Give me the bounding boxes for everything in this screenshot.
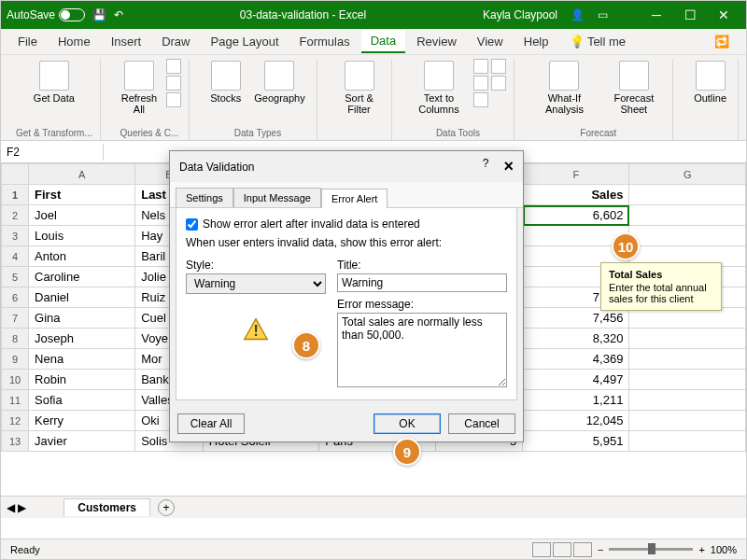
whatif-button[interactable]: What-If Analysis (531, 59, 597, 117)
cell[interactable]: Javier (29, 431, 135, 452)
cell[interactable]: Robin (29, 370, 135, 390)
show-error-checkbox[interactable] (186, 218, 198, 231)
datatools-small[interactable] (473, 59, 506, 107)
cell[interactable] (629, 329, 746, 349)
cell[interactable]: 1,211 (523, 390, 629, 411)
sheet-tab-customers[interactable]: Customers (63, 498, 150, 516)
cell[interactable]: 4,497 (523, 370, 629, 390)
zoom-slider[interactable] (609, 548, 693, 551)
sheet-nav-icon[interactable]: ◀ ▶ (7, 501, 26, 514)
user-name: Kayla Claypool (483, 8, 557, 21)
tab-file[interactable]: File (8, 31, 47, 52)
style-select[interactable]: Warning (186, 273, 326, 294)
cell[interactable]: 4,369 (523, 349, 629, 370)
queries-small[interactable] (166, 59, 181, 107)
tellme[interactable]: 💡 Tell me (560, 31, 636, 52)
error-message-input[interactable] (337, 313, 507, 387)
maximize-icon[interactable]: ☐ (673, 1, 707, 29)
cell[interactable] (629, 349, 746, 370)
row-header[interactable]: 6 (2, 287, 29, 308)
cell[interactable]: Joel (29, 205, 135, 226)
cell[interactable] (629, 370, 746, 390)
view-buttons[interactable] (532, 542, 592, 557)
tab-pagelayout[interactable]: Page Layout (202, 31, 289, 52)
text-to-columns-button[interactable]: Text to Columns (409, 59, 468, 117)
zoom-in-icon[interactable]: + (698, 544, 704, 555)
cell[interactable]: 6,602 (523, 205, 629, 226)
cell[interactable]: 12,045 (523, 411, 629, 431)
cell[interactable]: Nena (29, 349, 135, 370)
clear-all-button[interactable]: Clear All (177, 413, 245, 434)
help-icon[interactable]: ? (483, 157, 489, 176)
undo-icon[interactable]: ↶ (114, 8, 123, 21)
cell[interactable]: Caroline (29, 267, 135, 287)
row-header[interactable]: 8 (2, 329, 29, 349)
cell[interactable] (629, 411, 746, 431)
cell[interactable] (629, 185, 746, 205)
cell[interactable]: 8,320 (523, 329, 629, 349)
get-data-button[interactable]: Get Data (30, 59, 78, 105)
row-header[interactable]: 2 (2, 205, 29, 226)
dialog-tab-input[interactable]: Input Message (233, 188, 321, 207)
tab-insert[interactable]: Insert (102, 31, 151, 52)
col-header[interactable]: F (523, 164, 629, 185)
tab-help[interactable]: Help (514, 31, 558, 52)
autosave-toggle[interactable]: AutoSave (7, 8, 85, 21)
cell[interactable]: Sofia (29, 390, 135, 411)
sort-filter-button[interactable]: Sort & Filter (334, 59, 385, 117)
row-header[interactable]: 5 (2, 267, 29, 287)
title-input[interactable] (337, 273, 507, 292)
cell[interactable]: Daniel (29, 287, 135, 308)
dialog-tab-error[interactable]: Error Alert (321, 189, 388, 208)
cell[interactable]: Gina (29, 308, 135, 329)
cell[interactable] (629, 390, 746, 411)
row-header[interactable]: 1 (2, 185, 29, 205)
zoom-value: 100% (711, 544, 737, 555)
tooltip-title: Total Sales (609, 269, 713, 280)
outline-button[interactable]: Outline (690, 59, 730, 105)
tab-formulas[interactable]: Formulas (290, 31, 359, 52)
dialog-close-icon[interactable]: × (503, 157, 514, 176)
row-header[interactable]: 7 (2, 308, 29, 329)
ok-button[interactable]: OK (374, 413, 441, 434)
close-icon[interactable]: ✕ (707, 1, 740, 29)
cell[interactable]: Louis (29, 226, 135, 246)
save-icon[interactable]: 💾 (92, 8, 106, 21)
geography-button[interactable]: Geography (250, 59, 308, 105)
col-header[interactable]: A (29, 164, 135, 185)
row-header[interactable]: 12 (2, 411, 29, 431)
row-header[interactable]: 9 (2, 349, 29, 370)
cell[interactable]: First (29, 185, 135, 205)
row-header[interactable]: 13 (2, 431, 29, 452)
tab-draw[interactable]: Draw (152, 31, 199, 52)
minimize-icon[interactable]: ─ (640, 1, 673, 29)
refresh-all-button[interactable]: Refresh All (118, 59, 162, 117)
tab-home[interactable]: Home (49, 31, 100, 52)
cancel-button[interactable]: Cancel (448, 413, 515, 434)
cell[interactable]: Sales (523, 185, 629, 205)
user-avatar-icon[interactable]: 👤 (571, 8, 585, 21)
row-header[interactable]: 4 (2, 246, 29, 267)
row-header[interactable]: 11 (2, 390, 29, 411)
col-header[interactable]: G (629, 164, 746, 185)
add-sheet-button[interactable]: + (158, 499, 175, 516)
row-header[interactable]: 10 (2, 370, 29, 390)
cell[interactable] (629, 205, 746, 226)
stocks-button[interactable]: Stocks (206, 59, 245, 105)
share-icon[interactable]: 🔁 (705, 31, 739, 52)
cell[interactable]: Joseph (29, 329, 135, 349)
cell[interactable]: Kerry (29, 411, 135, 431)
cell[interactable] (629, 226, 746, 246)
zoom-out-icon[interactable]: − (598, 544, 603, 555)
cell[interactable]: 5,951 (523, 431, 629, 452)
ribbon-options-icon[interactable]: ▭ (598, 8, 608, 21)
dialog-tab-settings[interactable]: Settings (176, 188, 233, 207)
cell[interactable] (629, 431, 746, 452)
tab-view[interactable]: View (468, 31, 513, 52)
row-header[interactable]: 3 (2, 226, 29, 246)
name-box[interactable]: F2 (1, 144, 104, 161)
cell[interactable]: Anton (29, 246, 135, 267)
tab-review[interactable]: Review (407, 31, 466, 52)
forecast-sheet-button[interactable]: Forecast Sheet (602, 59, 665, 117)
tab-data[interactable]: Data (361, 30, 405, 53)
